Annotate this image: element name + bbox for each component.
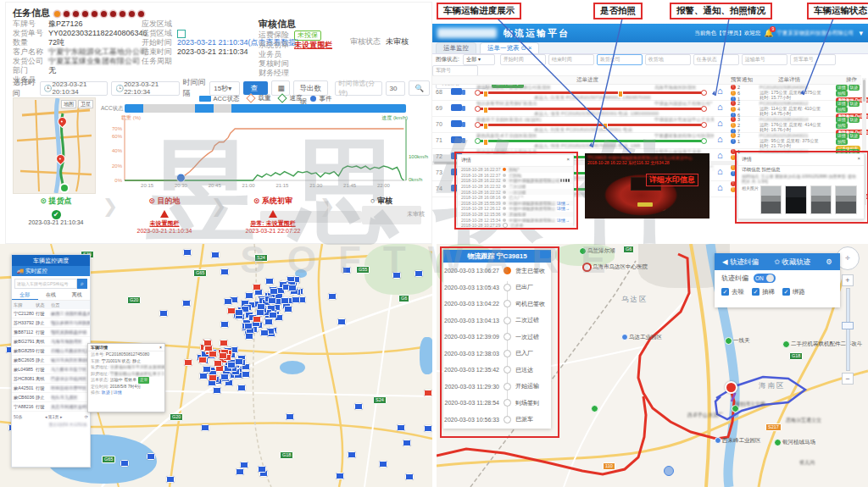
轨迹-button[interactable]: 轨迹 <box>849 133 860 139</box>
轨迹-button[interactable]: 轨迹 <box>849 117 860 123</box>
minute-filter-value[interactable]: 30 <box>386 81 406 96</box>
end-time-input[interactable]: 🕒 2023-03-21 22:10:34 <box>111 81 180 96</box>
vehicle-marker[interactable] <box>354 403 363 410</box>
vehicle-marker[interactable] <box>337 318 346 325</box>
vehicle-marker[interactable] <box>198 357 207 363</box>
vehicle-row[interactable]: 蒙L04985行驶乌兰察布市集宁区 <box>12 365 90 374</box>
tab-waybill-monitor[interactable]: 运单监控 <box>436 42 476 53</box>
vehicle-marker[interactable] <box>268 297 276 304</box>
vehicle-marker[interactable] <box>227 362 236 368</box>
chevron-down-icon[interactable]: ▾ <box>859 29 863 37</box>
vehicle-marker[interactable] <box>288 285 297 291</box>
image-status-select[interactable]: 全部 ▾ <box>463 54 495 65</box>
vehicle-row[interactable]: 宁A88216行驶吴忠市利通区金积工业园 <box>12 402 90 412</box>
vehicle-marker[interactable] <box>281 297 289 304</box>
vehicle-marker[interactable] <box>183 249 192 256</box>
filter-input-结束时间[interactable]: 结束时间 <box>548 54 594 65</box>
vehicle-row[interactable]: 蒙CB6036静止包头市九原区 <box>12 393 90 402</box>
vehicle-marker[interactable] <box>242 371 250 378</box>
legend-事件[interactable]: 事件 <box>310 95 331 103</box>
vehicle-marker[interactable] <box>245 333 253 340</box>
vehicle-marker[interactable] <box>220 268 229 275</box>
vehicle-marker[interactable] <box>244 323 253 329</box>
vehicle-marker[interactable] <box>220 374 229 380</box>
zoom-slider-thumb[interactable] <box>842 322 854 329</box>
waybill-row-68[interactable]: 68神华蒙西煤化工股份有限公司装货区承运人: 白某某 PC20181015071… <box>432 84 861 101</box>
route-mini-map[interactable]: 地图 卫星 <box>13 97 96 194</box>
zoom-slider[interactable] <box>846 288 850 371</box>
vehicle-marker[interactable] <box>397 424 405 431</box>
vehicle-marker[interactable] <box>220 321 229 328</box>
vehicle-marker[interactable] <box>199 373 208 379</box>
vehicle-marker[interactable] <box>284 306 292 313</box>
vehicle-row[interactable]: 蒙A42501行驶呼和浩特市赛罕区 <box>12 384 90 393</box>
vehicle-marker[interactable] <box>240 462 248 468</box>
vehicle-marker[interactable] <box>258 466 266 473</box>
vehicle-marker[interactable] <box>237 385 246 391</box>
photo-thumbnail[interactable] <box>760 185 782 214</box>
map-mode-button[interactable]: 地图 <box>61 100 76 108</box>
vehicle-marker[interactable] <box>203 340 212 346</box>
refresh-icon[interactable]: ⟳ <box>85 414 88 419</box>
tab-离线[interactable]: 离线 <box>64 291 90 299</box>
详情-button[interactable]: 详情 <box>836 101 848 107</box>
vehicle-marker[interactable] <box>270 288 278 295</box>
vehicle-marker[interactable] <box>147 453 155 460</box>
vehicle-marker[interactable] <box>159 310 168 317</box>
vehicle-marker[interactable] <box>253 284 261 291</box>
vehicle-marker[interactable] <box>260 329 269 336</box>
vehicle-marker[interactable] <box>203 366 211 373</box>
vehicle-marker[interactable] <box>253 316 261 323</box>
vehicle-marker[interactable] <box>236 468 244 475</box>
fleet-map[interactable]: G18S36G20G65S24G55G6S103G20G18S24G65 车辆监… <box>0 244 432 487</box>
vehicle-marker[interactable] <box>269 312 277 318</box>
拍照-button[interactable]: 拍照 <box>836 91 848 97</box>
vehicle-row[interactable]: 宁C21280行驶蒙西工业园区棋盘井 <box>12 309 90 318</box>
vehicle-marker[interactable] <box>220 340 228 346</box>
close-icon[interactable]: × <box>566 157 570 164</box>
pagination[interactable]: 50条◂ 第1页 ▸⟳ <box>12 412 90 421</box>
vehicle-marker[interactable] <box>405 473 414 480</box>
vehicle-row[interactable]: 蒙BG2791离线乌海市海勃湾区 <box>12 337 90 346</box>
legend-载重[interactable]: 载重 <box>248 94 270 102</box>
plate-search-input[interactable]: 请输入车牌号或GPS终端号 <box>14 279 77 289</box>
vehicle-marker[interactable] <box>224 298 232 305</box>
bell-icon[interactable]: 🔔9 <box>764 29 773 37</box>
vehicle-marker[interactable] <box>213 387 221 394</box>
tab-waybill-list[interactable]: 运单一览表 ⊙ × <box>480 42 539 53</box>
vehicle-marker[interactable] <box>264 318 273 325</box>
track-link[interactable]: 轨迹 <box>102 390 110 395</box>
track-correct-tab[interactable]: ◀ 轨迹纠偏 <box>722 253 759 270</box>
vehicle-marker[interactable] <box>342 267 351 274</box>
vehicle-marker[interactable] <box>182 300 191 307</box>
check-去噪[interactable]: ✓去噪 <box>721 288 744 296</box>
detail-link[interactable]: 详情 <box>114 390 122 395</box>
拍照-button[interactable]: 拍照 <box>836 139 848 145</box>
vehicle-row[interactable]: 苏H33792静止鄂尔多斯市乌审旗图克镇 <box>12 318 90 328</box>
vehicle-row[interactable]: 豫B87112行驶鄂托克旗棋盘井镇 <box>12 328 90 337</box>
legend-ACC状态[interactable]: ACC状态 <box>199 95 240 103</box>
realtime-subtab[interactable]: 🚚 实时监控 <box>12 266 90 276</box>
tab-在线[interactable]: 在线 <box>38 291 64 299</box>
vehicle-row[interactable]: 苏HC8081离线巴彦淖尔市临河区 <box>12 374 90 384</box>
search-icon[interactable]: ⌕ <box>77 279 87 289</box>
gear-icon[interactable]: ⚙ <box>826 253 832 270</box>
详情-button[interactable]: 详情 <box>836 117 848 123</box>
vehicle-marker[interactable] <box>403 440 411 446</box>
vehicle-marker[interactable] <box>209 351 217 357</box>
filter-input-任务状态[interactable]: 任务状态 <box>693 54 739 65</box>
filter-input-运输单号[interactable]: 运输单号 <box>742 54 787 65</box>
vehicle-row[interactable]: 蒙BG8259行驶石嘴山市惠农区红果子 <box>12 346 90 356</box>
check-绑路[interactable]: ✓绑路 <box>782 288 805 296</box>
轨迹-button[interactable]: 轨迹 <box>849 101 860 107</box>
拍照-button[interactable]: 拍照 <box>836 107 848 113</box>
close-icon[interactable]: × <box>857 156 860 163</box>
tab-全部[interactable]: 全部 <box>12 291 38 300</box>
vehicle-marker[interactable] <box>214 360 222 367</box>
vehicle-marker[interactable] <box>348 451 356 458</box>
vehicle-marker[interactable] <box>211 252 220 258</box>
waybill-row-69[interactable]: 69鄂尔多斯市转龙湾煤矿装货点承运人: 张某 PC201810150812450… <box>432 100 861 117</box>
拍照-button[interactable]: 拍照 <box>836 123 848 129</box>
vehicle-marker[interactable] <box>257 303 265 310</box>
vehicle-marker[interactable] <box>336 473 344 479</box>
